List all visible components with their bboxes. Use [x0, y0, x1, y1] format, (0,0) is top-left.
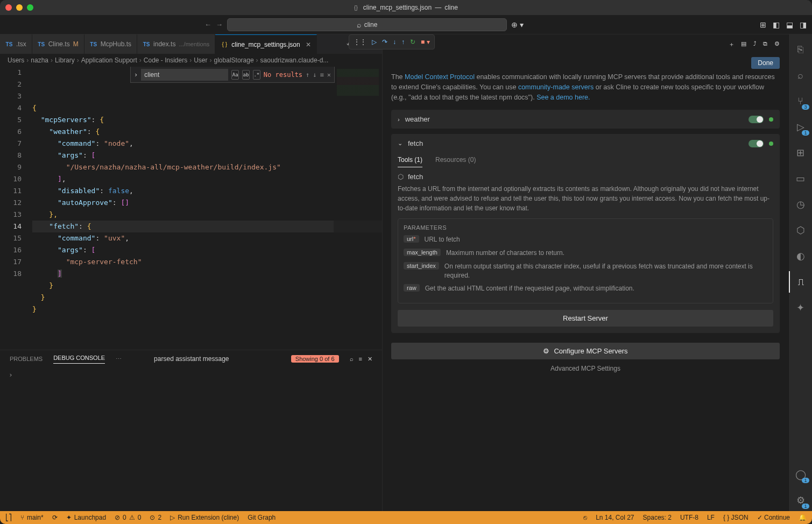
find-input[interactable]: [141, 69, 228, 81]
cursor-position[interactable]: Ln 14, Col 27: [596, 514, 634, 521]
sync-indicator[interactable]: ⟳: [52, 514, 58, 521]
debug-step-into-icon[interactable]: ↓: [393, 38, 396, 46]
run-task[interactable]: ▷ Run Extension (cline): [170, 514, 239, 521]
panel-filter-input[interactable]: [154, 355, 286, 363]
editor-tab[interactable]: TSindex.ts.../mentions: [137, 34, 215, 54]
panel-clear-icon[interactable]: ≡: [359, 356, 362, 363]
cline-icon[interactable]: ⎍: [789, 271, 813, 293]
find-close-icon[interactable]: ✕: [327, 69, 331, 81]
layout-bottom-icon[interactable]: ⬓: [786, 20, 793, 29]
server-toggle[interactable]: [749, 140, 764, 147]
breadcrumb-segment[interactable]: saoudrizwan.claude-d...: [260, 56, 329, 64]
demo-link[interactable]: See a demo here.: [536, 94, 590, 101]
debug-console-prompt[interactable]: [0, 367, 382, 382]
panel-search-icon[interactable]: ⌕: [350, 356, 354, 363]
launchpad[interactable]: ✦ Launchpad: [66, 514, 106, 521]
nav-back[interactable]: ←: [204, 20, 211, 29]
panel-tab-debug-console[interactable]: DEBUG CONSOLE: [53, 355, 105, 364]
configure-mcp-button[interactable]: ⚙ Configure MCP Servers: [391, 343, 780, 359]
community-servers-link[interactable]: community-made servers: [518, 83, 594, 91]
layout-panel-icon[interactable]: ⊞: [760, 20, 766, 29]
remote-indicator[interactable]: ⎣⎤: [5, 514, 12, 521]
breadcrumb-segment[interactable]: User: [194, 56, 207, 64]
debug-toolbar[interactable]: ⋮⋮ ▷ ↷ ↓ ↑ ↻ ■ ▾: [349, 34, 435, 49]
layout-sidebar-left-icon[interactable]: ◧: [773, 20, 780, 29]
ports-indicator[interactable]: ⊙ 2: [150, 514, 161, 521]
layout-sidebar-right-icon[interactable]: ◨: [800, 20, 807, 29]
close-window[interactable]: [5, 4, 12, 11]
breadcrumb-segment[interactable]: Application Support: [81, 56, 137, 64]
editor-tab[interactable]: TSMcpHub.ts: [84, 34, 137, 54]
panel-tab-problems[interactable]: PROBLEMS: [10, 356, 43, 362]
files-icon[interactable]: ⎘: [789, 39, 813, 60]
server-header-weather[interactable]: › weather: [391, 110, 780, 129]
cline-popout-icon[interactable]: ⧉: [763, 40, 768, 48]
cline-add-icon[interactable]: ＋: [729, 40, 735, 48]
breadcrumb-segment[interactable]: Library: [55, 56, 75, 64]
nav-forward[interactable]: →: [216, 20, 223, 29]
command-center[interactable]: cline: [227, 18, 507, 31]
pin-indicator[interactable]: ⎋: [583, 514, 587, 521]
breadcrumb-segment[interactable]: Code - Insiders: [144, 56, 187, 64]
find-prev-icon[interactable]: ↑: [306, 69, 309, 81]
mcp-link[interactable]: Model Context Protocol: [405, 73, 475, 81]
encoding[interactable]: UTF-8: [680, 514, 698, 521]
sparkle-icon[interactable]: ✦: [789, 297, 813, 318]
debug-step-over-icon[interactable]: ↷: [382, 38, 387, 46]
cline-export-icon[interactable]: ⤴: [753, 40, 757, 48]
eol[interactable]: LF: [707, 514, 715, 521]
maximize-window[interactable]: [27, 4, 33, 11]
debug-drag-icon[interactable]: ⋮⋮: [354, 38, 366, 46]
server-header-fetch[interactable]: ⌄ fetch: [391, 134, 780, 153]
find-regex-icon[interactable]: .*: [253, 70, 260, 80]
find-case-icon[interactable]: Aa: [231, 70, 239, 80]
tab-tools[interactable]: Tools (1): [398, 156, 422, 167]
debug-step-out-icon[interactable]: ↑: [401, 38, 405, 46]
cline-settings-icon[interactable]: ⚙: [774, 40, 780, 48]
notifications-icon[interactable]: 🔔: [799, 514, 807, 521]
git-graph[interactable]: Git Graph: [248, 514, 276, 521]
breadcrumb-segment[interactable]: nazha: [31, 56, 48, 64]
debug-restart-icon[interactable]: ↻: [410, 38, 415, 46]
source-control-icon[interactable]: ⑂3: [789, 90, 813, 112]
tab-resources[interactable]: Resources (0): [435, 156, 476, 167]
extensions-icon[interactable]: ⊞: [789, 142, 813, 164]
panel-close-icon[interactable]: ✕: [368, 356, 372, 363]
testing-icon[interactable]: ⬡: [789, 219, 813, 241]
restart-server-button[interactable]: Restart Server: [398, 310, 773, 327]
editor-tab[interactable]: { }cline_mcp_settings.json✕: [215, 34, 316, 54]
continue-indicator[interactable]: ✓ Continue: [757, 514, 790, 521]
server-toggle[interactable]: [749, 116, 764, 123]
timeline-icon[interactable]: ◷: [789, 194, 813, 215]
settings-icon[interactable]: ⚙1: [789, 490, 813, 511]
breadcrumb[interactable]: Users›nazha›Library›Application Support›…: [0, 54, 382, 67]
remote-icon[interactable]: ▭: [789, 168, 813, 189]
find-word-icon[interactable]: ab: [242, 70, 250, 80]
cline-list-icon[interactable]: ▤: [741, 40, 747, 48]
done-button[interactable]: Done: [751, 57, 780, 69]
editor-tab[interactable]: TSCline.tsM: [32, 34, 84, 54]
tab-close-icon[interactable]: ✕: [306, 41, 311, 48]
panel-more-icon[interactable]: ⋯: [116, 356, 122, 363]
debug-stop-icon[interactable]: ■ ▾: [421, 38, 430, 46]
find-selection-icon[interactable]: ≡: [320, 69, 324, 81]
copilot-icon[interactable]: ⊕ ▾: [511, 20, 524, 29]
code-content[interactable]: { "mcpServers": { "weather": { "command"…: [32, 67, 382, 350]
advanced-settings-link[interactable]: Advanced MCP Settings: [391, 365, 780, 372]
debug-icon[interactable]: ▷1: [789, 116, 813, 138]
problems-indicator[interactable]: ⊘ 0 ⚠ 0: [115, 514, 141, 521]
find-expand-icon[interactable]: ›: [134, 69, 138, 81]
debug-continue-icon[interactable]: ▷: [372, 38, 377, 46]
find-next-icon[interactable]: ↓: [313, 69, 316, 81]
indentation[interactable]: Spaces: 2: [643, 514, 672, 521]
breadcrumb-segment[interactable]: Users: [8, 56, 24, 64]
cloud-icon[interactable]: ◐: [789, 245, 813, 267]
account-icon[interactable]: ◯1: [789, 464, 813, 485]
search-icon[interactable]: ⌕: [789, 65, 813, 86]
breadcrumb-segment[interactable]: globalStorage: [214, 56, 254, 64]
minimize-window[interactable]: [16, 4, 23, 11]
branch-indicator[interactable]: ⑂ main*: [20, 514, 44, 521]
editor-tab[interactable]: TS.tsx: [0, 34, 32, 54]
language-mode[interactable]: { } JSON: [723, 514, 749, 521]
editor-body[interactable]: 123456789101112131415161718 { "mcpServer…: [0, 67, 382, 350]
